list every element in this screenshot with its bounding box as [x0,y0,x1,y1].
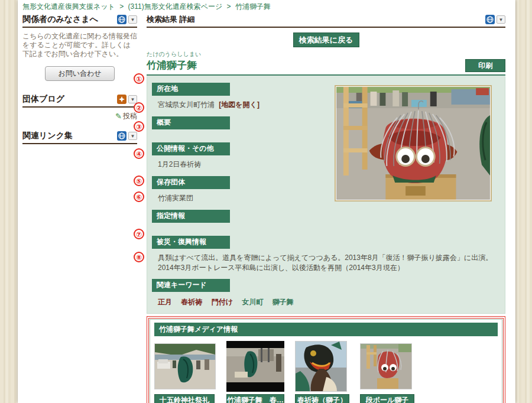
section-bar-preservation-group: 保存団体 [152,176,230,189]
open-map-link[interactable]: [地図を開く] [219,100,259,109]
contact-button[interactable]: お問い合わせ [45,66,115,81]
annotation-number-3: ③ [134,121,144,132]
keyword-link[interactable]: 春祈祷 [181,298,202,306]
print-button[interactable]: 印刷 [465,59,505,72]
media-label-button[interactable]: 段ボール獅子 [360,394,414,403]
section-bar-public-info: 公開情報・その他 [152,142,230,155]
public-info-value: 1月2日春祈祷 [158,160,335,170]
main-photo-cardboard-lion[interactable] [335,85,492,202]
keyword-link[interactable]: 門付け [212,298,233,306]
results-detail-title: 検索結果 詳細 [147,14,483,25]
blog-post-link[interactable]: 投稿 [123,111,137,121]
section-bar-keywords: 関連キーワード [152,279,230,292]
breadcrumb-separator: > [227,2,231,11]
chevron-down-icon[interactable]: ▼ [497,15,505,24]
annotation-number-2: ② [134,102,144,113]
globe-icon[interactable] [485,15,495,24]
sidebar-contact-title: 関係者のみなさまへ [22,14,115,25]
section-bar-overview: 概要 [152,116,230,129]
media-thumbnail-festival[interactable] [154,343,216,389]
content-area: 無形文化遺産復興支援ネット > (311)無形文化遺産検索ページ > 竹浦獅子舞… [18,0,515,403]
disaster-recovery-value: 具類はすべて流出。道具を寄贈によって揃えてつつある。2013年8月「復活！獅子振… [158,253,500,273]
results-detail-header: 検索結果 詳細 ▼ [147,14,505,28]
section-bar-disaster-recovery: 被災・復興情報 [152,236,230,249]
section-bar-designation: 指定情報 [152,210,230,223]
globe-icon[interactable] [117,15,126,24]
media-info-box: 竹浦獅子舞メディア情報 [147,316,505,403]
sidebar-blog-title: 団体ブログ [22,94,115,105]
keyword-link[interactable]: 獅子舞 [273,298,294,306]
main-content: ① ② ③ ④ ⑤ ⑥ ⑦ ⑧ 検索結果 詳細 ▼ 検索結果に戻る たけのうらし… [147,14,505,403]
keyword-list: 正月 春祈祷 門付け 女川町 獅子舞 [158,297,500,307]
sidebar-links-title: 関連リンク集 [22,131,115,141]
pencil-icon: ✎ [115,112,122,121]
media-label-button[interactable]: 竹浦獅子舞 春… [226,394,284,403]
location-value: 宮城県女川町竹浦 [地図を開く] [158,100,335,110]
sidebar-links-header: 関連リンク集 ▼ [22,131,137,144]
detail-panel: 所在地 宮城県女川町竹浦 [地図を開く] 概要 公開情報・その他 1月2日春祈祷… [147,76,505,314]
media-thumbnail-lion-closeup[interactable] [295,341,347,392]
breadcrumb: 無形文化遺産復興支援ネット > (311)無形文化遺産検索ページ > 竹浦獅子舞 [22,2,271,12]
location-text: 宮城県女川町竹浦 [158,100,215,109]
keyword-link[interactable]: 女川町 [242,298,263,306]
media-label-button[interactable]: 春祈祷（獅子） [295,394,349,403]
sidebar-blog-header: 団体ブログ ▼ [22,94,137,108]
globe-icon[interactable] [117,131,126,141]
designation-value [158,225,335,231]
overview-value [158,132,335,138]
chevron-down-icon[interactable]: ▼ [128,15,137,24]
chevron-down-icon[interactable]: ▼ [128,132,137,140]
breadcrumb-separator: > [119,2,124,11]
sidebar-contact-text: こちらの文化遺産に関わる情報発信をすることが可能です。詳しくは下記までお問い合わ… [22,32,137,58]
media-thumbnail-cardboard-lion[interactable] [360,343,412,389]
preservation-group-value: 竹浦実業団 [158,193,335,203]
chevron-down-icon[interactable]: ▼ [128,95,137,103]
media-item: 春祈祷（獅子） [295,341,349,403]
page-title: 竹浦獅子舞 [147,58,465,72]
sidebar: 関係者のみなさまへ ▼ こちらの文化遺産に関わる情報発信をすることが可能です。詳… [22,14,137,144]
title-furigana: たけのうらししまい [147,50,505,58]
breadcrumb-current: 竹浦獅子舞 [235,2,271,11]
annotation-number-4: ④ [134,148,144,159]
media-item: 十五鈴神社祭礼 [154,341,216,403]
annotation-number-1: ① [134,73,144,84]
blog-icon[interactable] [117,95,126,104]
annotation-number-7: ⑦ [134,229,144,239]
breadcrumb-link-search[interactable]: (311)無形文化遺産検索ページ [128,2,223,11]
blog-post-row: ✎ 投稿 [22,111,137,121]
sidebar-contact-header: 関係者のみなさまへ ▼ [22,14,137,28]
breadcrumb-link-home[interactable]: 無形文化遺産復興支援ネット [22,2,115,11]
media-label-button[interactable]: 十五鈴神社祭礼 [154,394,215,403]
section-bar-location: 所在地 [152,83,230,96]
media-item: 段ボール獅子 [360,341,414,403]
media-thumbnails: 十五鈴神社祭礼 [154,341,498,403]
media-item: 竹浦獅子舞 春… [226,341,284,403]
annotation-number-6: ⑥ [134,191,144,202]
annotation-number-5: ⑤ [134,176,144,186]
media-thumbnail-video[interactable] [226,341,284,392]
annotation-number-8: ⑧ [134,252,144,262]
page-background: 無形文化遺産復興支援ネット > (311)無形文化遺産検索ページ > 竹浦獅子舞… [0,0,532,403]
media-info-header: 竹浦獅子舞メディア情報 [154,323,498,336]
keyword-link[interactable]: 正月 [158,298,172,306]
back-to-results-button-top[interactable]: 検索結果に戻る [293,32,359,47]
